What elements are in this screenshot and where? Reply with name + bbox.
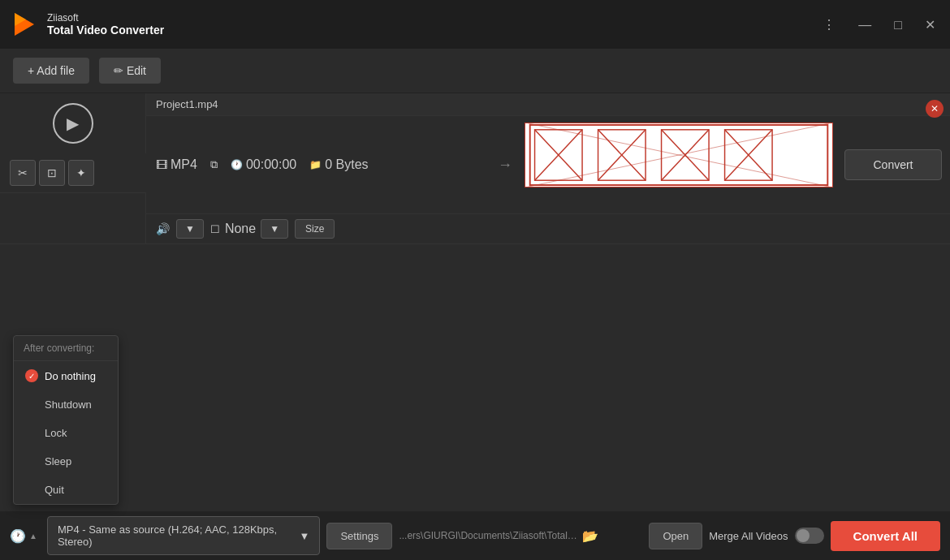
do-nothing-label: Do nothing: [45, 370, 96, 382]
file-row-container: ▶ ✂ ⊡ ✦ Project1.mp4 ✕: [0, 93, 950, 244]
app-logo: [10, 10, 39, 39]
tools-row: ✂ ⊡ ✦: [0, 153, 146, 193]
arrow-section: →: [489, 116, 521, 213]
format-select[interactable]: MP4 - Same as source (H.264; AAC, 128Kbp…: [47, 516, 321, 555]
preview-canvas: [525, 123, 832, 187]
effects-button[interactable]: ✦: [68, 160, 94, 186]
audio-dropdown[interactable]: ▼: [176, 219, 204, 239]
copy-icon: ⧉: [210, 158, 218, 171]
merge-section: Merge All Videos: [709, 528, 823, 544]
file-format: MP4: [171, 157, 197, 172]
crop-icon: ⊡: [47, 166, 57, 179]
volume-icon: 🔊: [156, 222, 170, 235]
subtitle-label: None: [225, 222, 256, 236]
format-dropdown-arrow: ▼: [300, 530, 310, 542]
merge-toggle[interactable]: [795, 528, 824, 544]
dropdown-item-quit[interactable]: Quit: [14, 476, 118, 504]
convert-all-button[interactable]: Convert All: [831, 521, 940, 551]
clock-icon: 🕐: [231, 159, 243, 170]
cut-button[interactable]: ✂: [10, 160, 36, 186]
convert-section: Convert: [836, 116, 950, 213]
right-panel: Project1.mp4 ✕ 🎞 MP4 ⧉ 🕐 00:00:00: [146, 93, 950, 243]
player-section: ▶: [0, 93, 146, 153]
bottom-bar: 🕐 ▲ MP4 - Same as source (H.264; AAC, 12…: [0, 511, 950, 560]
dropdown-item-lock[interactable]: Lock: [14, 419, 118, 447]
file-close-button[interactable]: ✕: [926, 100, 944, 118]
folder-icon: 📁: [309, 159, 322, 170]
copy-icon-item: ⧉: [210, 158, 218, 171]
cut-icon: ✂: [18, 166, 28, 179]
clock-section: 🕐 ▲: [10, 528, 37, 544]
convert-button[interactable]: Convert: [844, 149, 942, 180]
dropdown-item-sleep[interactable]: Sleep: [14, 447, 118, 476]
toolbar: + Add file ✏ Edit: [0, 49, 950, 93]
clock-icon-bottom[interactable]: 🕐: [10, 528, 26, 544]
minimize-button[interactable]: —: [853, 15, 876, 33]
preview-section: [525, 123, 833, 187]
subtitle-section: ☐ None ▼: [210, 219, 288, 239]
merge-label: Merge All Videos: [709, 530, 788, 542]
play-button[interactable]: ▶: [53, 103, 93, 144]
dropdown-header: After converting:: [14, 336, 118, 361]
output-controls: 🔊 ▼ ☐ None ▼ Size: [146, 213, 950, 243]
lock-label: Lock: [45, 427, 67, 439]
path-text: ...ers\GIURGI\Documents\Ziiasoft\Total V…: [399, 530, 577, 541]
play-icon: ▶: [67, 114, 79, 133]
effects-icon: ✦: [76, 166, 86, 179]
dropdown-item-shutdown[interactable]: Shutdown: [14, 390, 118, 419]
menu-button[interactable]: ⋮: [818, 15, 840, 34]
active-check-icon: ✓: [25, 369, 38, 382]
close-button[interactable]: ✕: [920, 15, 940, 34]
path-row: ...ers\GIURGI\Documents\Ziiasoft\Total V…: [399, 528, 642, 544]
add-file-button[interactable]: + Add file: [13, 58, 89, 84]
file-content-row: 🎞 MP4 ⧉ 🕐 00:00:00 📁 0 Bytes: [146, 116, 950, 213]
app-subtitle: Total Video Converter: [47, 24, 164, 37]
film-icon: 🎞: [156, 158, 167, 171]
arrow-up-icon[interactable]: ▲: [29, 532, 37, 541]
main-content: ▶ ✂ ⊡ ✦ Project1.mp4 ✕: [0, 93, 950, 511]
quit-label: Quit: [45, 484, 64, 496]
folder-open-icon[interactable]: 📂: [582, 528, 598, 544]
format-label: MP4 - Same as source (H.264; AAC, 128Kbp…: [58, 523, 300, 548]
file-name-header: Project1.mp4 ✕: [146, 93, 950, 116]
crop-button[interactable]: ⊡: [39, 160, 65, 186]
title-bar-controls: ⋮ — □ ✕: [818, 15, 940, 34]
file-details: 🎞 MP4 ⧉ 🕐 00:00:00 📁 0 Bytes: [146, 116, 489, 213]
format-info: 🎞 MP4: [156, 157, 197, 172]
dropdown-item-do-nothing[interactable]: ✓ Do nothing: [14, 361, 118, 390]
edit-button[interactable]: ✏ Edit: [99, 58, 161, 84]
open-button[interactable]: Open: [649, 523, 702, 549]
maximize-button[interactable]: □: [889, 15, 907, 33]
audio-dropdown-arrow: ▼: [185, 223, 195, 235]
checkbox-icon: ☐: [210, 223, 220, 235]
file-name: Project1.mp4: [156, 98, 218, 110]
subtitle-dropdown[interactable]: ▼: [261, 219, 288, 239]
size-info: 📁 0 Bytes: [309, 157, 368, 172]
size-button[interactable]: Size: [295, 219, 335, 239]
sleep-label: Sleep: [45, 455, 71, 467]
shutdown-label: Shutdown: [45, 398, 92, 411]
left-panel: ▶ ✂ ⊡ ✦: [0, 93, 146, 243]
arrow-right-icon: →: [498, 157, 512, 174]
file-size: 0 Bytes: [325, 157, 368, 172]
after-converting-dropdown: After converting: ✓ Do nothing Shutdown …: [13, 335, 119, 505]
file-duration: 00:00:00: [246, 157, 296, 172]
app-name: Ziiasoft: [47, 12, 164, 24]
title-bar: Ziiasoft Total Video Converter ⋮ — □ ✕: [0, 0, 950, 49]
settings-button[interactable]: Settings: [326, 523, 392, 549]
duration-info: 🕐 00:00:00: [231, 157, 296, 172]
app-title-block: Ziiasoft Total Video Converter: [47, 12, 164, 37]
